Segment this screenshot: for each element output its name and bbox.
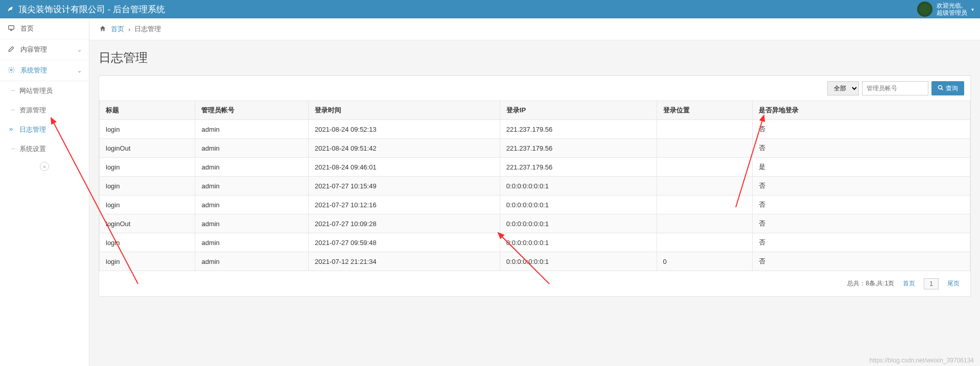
cell-login-ip: 0:0:0:0:0:0:0:1	[500, 233, 657, 252]
cell-account: admin	[195, 233, 309, 252]
cell-login-time: 2021-07-12 21:21:34	[308, 252, 500, 271]
cell-remote-login: 否	[752, 139, 970, 158]
svg-rect-0	[9, 26, 14, 29]
cell-title: login	[100, 196, 195, 214]
sidebar-item-home[interactable]: 首页	[0, 18, 89, 39]
cell-account: admin	[195, 177, 309, 196]
pager: 总共：8条,共:1页 首页 1 尾页	[99, 271, 970, 296]
cell-remote-login: 否	[752, 177, 970, 196]
breadcrumb: 首页 › 日志管理	[89, 18, 980, 40]
th-login-location: 登录位置	[657, 101, 752, 120]
cell-login-time: 2021-08-24 09:51:42	[308, 139, 500, 158]
collapse-icon[interactable]: «	[40, 162, 49, 171]
cell-login-time: 2021-08-24 09:52:13	[308, 120, 500, 139]
cell-login-location: 0	[657, 252, 752, 271]
welcome-line2: 超级管理员	[937, 9, 967, 16]
sidebar: 首页 内容管理 ⌄ 系统管理 ⌄ 网站管理员 资源管理 日志管理 系统设置 «	[0, 18, 89, 366]
cell-title: loginOut	[100, 139, 195, 158]
cell-login-ip: 221.237.179.56	[500, 139, 657, 158]
sidebar-item-system[interactable]: 系统管理 ⌄	[0, 60, 89, 81]
edit-icon	[7, 45, 15, 54]
search-button[interactable]: 查询	[931, 81, 964, 95]
cell-login-ip: 0:0:0:0:0:0:0:1	[500, 177, 657, 196]
sidebar-label-home: 首页	[20, 24, 34, 33]
table-row: loginadmin2021-07-27 09:59:480:0:0:0:0:0…	[100, 233, 970, 252]
brand-area: 顶尖装饰设计有限公司 - 后台管理系统	[6, 4, 165, 15]
cell-title: loginOut	[100, 214, 195, 233]
table-header-row: 标题 管理员帐号 登录时间 登录IP 登录位置 是否异地登录	[100, 101, 970, 120]
cell-remote-login: 是	[752, 158, 970, 177]
cell-remote-login: 否	[752, 214, 970, 233]
cell-login-location	[657, 233, 752, 252]
filter-select[interactable]: 全部	[827, 81, 859, 95]
cell-login-location	[657, 196, 752, 214]
sidebar-sub-resources[interactable]: 资源管理	[0, 101, 89, 120]
search-icon	[938, 85, 944, 92]
user-avatar[interactable]	[917, 2, 932, 17]
pager-last[interactable]: 尾页	[943, 277, 964, 290]
cell-login-ip: 221.237.179.56	[500, 158, 657, 177]
filter-input[interactable]	[862, 81, 928, 95]
sidebar-label-system: 系统管理	[20, 66, 47, 75]
cell-remote-login: 否	[752, 196, 970, 214]
log-table: 标题 管理员帐号 登录时间 登录IP 登录位置 是否异地登录 loginadmi…	[99, 101, 970, 271]
cell-account: admin	[195, 139, 309, 158]
cell-remote-login: 否	[752, 120, 970, 139]
pager-summary: 总共：8条,共:1页	[847, 279, 894, 288]
breadcrumb-sep: ›	[128, 26, 130, 33]
chevron-down-icon: ⌄	[77, 67, 82, 74]
sidebar-collapse[interactable]: «	[0, 159, 89, 174]
cell-login-time: 2021-07-27 09:59:48	[308, 233, 500, 252]
cell-account: admin	[195, 120, 309, 139]
sidebar-sub-admins[interactable]: 网站管理员	[0, 81, 89, 101]
cell-login-time: 2021-07-27 10:15:49	[308, 177, 500, 196]
main-content: 首页 › 日志管理 日志管理 全部 查询	[89, 18, 980, 366]
filter-row: 全部 查询	[99, 76, 970, 101]
th-login-ip: 登录IP	[500, 101, 657, 120]
cell-login-location	[657, 139, 752, 158]
cell-remote-login: 否	[752, 252, 970, 271]
watermark: https://blog.csdn.net/weixin_39706134	[870, 357, 974, 364]
th-account: 管理员帐号	[195, 101, 309, 120]
page-title: 日志管理	[99, 50, 971, 66]
caret-down-icon[interactable]: ▾	[971, 7, 974, 12]
welcome-line1: 欢迎光临,	[937, 2, 967, 9]
table-row: loginadmin2021-08-24 09:52:13221.237.179…	[100, 120, 970, 139]
cell-login-time: 2021-07-27 10:09:28	[308, 214, 500, 233]
cell-login-location	[657, 120, 752, 139]
table-row: loginOutadmin2021-08-24 09:51:42221.237.…	[100, 139, 970, 158]
cell-title: login	[100, 158, 195, 177]
log-panel: 全部 查询 标题 管理员帐号 登录时	[99, 75, 971, 297]
cell-login-time: 2021-07-27 10:12:16	[308, 196, 500, 214]
cell-remote-login: 否	[752, 233, 970, 252]
monitor-icon	[7, 25, 15, 33]
table-row: loginadmin2021-07-27 10:15:490:0:0:0:0:0…	[100, 177, 970, 196]
cell-login-ip: 0:0:0:0:0:0:0:1	[500, 252, 657, 271]
pager-page[interactable]: 1	[924, 278, 939, 289]
cell-title: login	[100, 252, 195, 271]
sidebar-label-content: 内容管理	[20, 45, 47, 54]
user-text: 欢迎光临, 超级管理员	[937, 2, 967, 17]
svg-point-1	[10, 69, 12, 71]
sidebar-sub-settings[interactable]: 系统设置	[0, 139, 89, 159]
cell-login-location	[657, 177, 752, 196]
sidebar-sub-logs[interactable]: 日志管理	[0, 120, 89, 139]
cell-title: login	[100, 177, 195, 196]
th-remote-login: 是否异地登录	[752, 101, 970, 120]
cell-login-time: 2021-08-24 09:46:01	[308, 158, 500, 177]
user-area[interactable]: 欢迎光临, 超级管理员 ▾	[917, 2, 974, 17]
breadcrumb-current: 日志管理	[134, 25, 161, 34]
sidebar-item-content[interactable]: 内容管理 ⌄	[0, 39, 89, 60]
pager-first[interactable]: 首页	[898, 277, 920, 290]
th-login-time: 登录时间	[308, 101, 500, 120]
leaf-icon	[6, 4, 14, 15]
th-title: 标题	[100, 101, 195, 120]
cell-login-ip: 221.237.179.56	[500, 120, 657, 139]
cell-title: login	[100, 233, 195, 252]
cell-login-location	[657, 158, 752, 177]
cell-account: admin	[195, 252, 309, 271]
cell-account: admin	[195, 158, 309, 177]
home-icon	[99, 25, 107, 34]
breadcrumb-home[interactable]: 首页	[111, 25, 124, 34]
gear-icon	[7, 66, 15, 75]
